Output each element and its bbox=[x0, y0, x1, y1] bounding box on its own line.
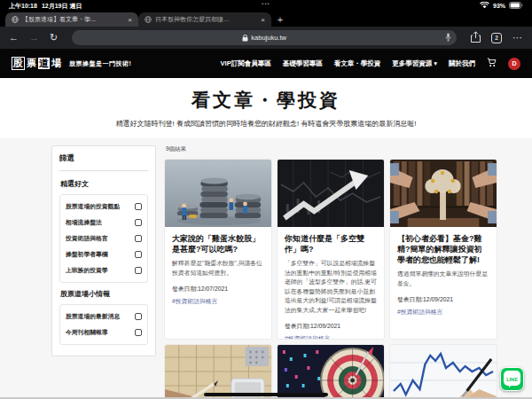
address-bar[interactable]: kabujuku.tw bbox=[72, 30, 457, 45]
checkbox[interactable] bbox=[135, 219, 142, 226]
filter-option[interactable]: 上班族的投資學 bbox=[66, 266, 142, 275]
article-date: 發表日期:12/07/2021 bbox=[172, 285, 264, 293]
checkbox[interactable] bbox=[135, 267, 142, 274]
home-indicator[interactable] bbox=[204, 393, 328, 396]
articles-grid: 大家說的「雞蛋水餃股」是甚麼?可以吃嗎? 解釋甚麼是"雞蛋水餃股",與讓各位投資… bbox=[164, 159, 532, 399]
page-subtitle: 精選好文隨時刊登! 養成閱讀習慣的同時培養您的財經觀念! 有時還會夾帶股票道場的… bbox=[0, 119, 532, 129]
ipad-screen: 上午10:18 12月19日 週日 ••• 93% 【股票道場】看文章・學...… bbox=[0, 0, 532, 399]
nav-item-articles[interactable]: 看文章・學投資 bbox=[334, 59, 381, 68]
battery-icon bbox=[509, 2, 523, 10]
article-thumbnail-money-tree bbox=[390, 160, 497, 227]
article-thumbnail-blue-chart bbox=[390, 345, 497, 399]
article-card[interactable]: 你知道什麼是「多空雙作」嗎? 「多空雙作」可以說是相場流操盤法的重點中的重點!特… bbox=[277, 159, 385, 340]
checkbox[interactable] bbox=[135, 203, 142, 210]
logo-char: 道 bbox=[38, 58, 50, 69]
forward-button: → bbox=[29, 33, 39, 43]
filter-label: 股票道場的最新消息 bbox=[66, 312, 120, 321]
article-tag-link[interactable]: #投資術語與格言 bbox=[397, 308, 489, 317]
article-tag-link[interactable]: #投資術語與格言 bbox=[172, 297, 264, 306]
close-icon[interactable]: × bbox=[128, 16, 132, 24]
article-thumbnail-coins bbox=[165, 160, 271, 227]
logo-char: 票 bbox=[26, 58, 37, 69]
new-tab-button[interactable]: + bbox=[271, 12, 289, 27]
filter-label: 操盤初學者專欄 bbox=[66, 250, 108, 259]
svg-text:LINE: LINE bbox=[506, 377, 518, 382]
page-body: 看文章・學投資 精選好文隨時刊登! 養成閱讀習慣的同時培養您的財經觀念! 有時還… bbox=[0, 78, 532, 399]
filter-sidebar: 篩選 精選好文 股票道場的投資觀點 相場流操盤法 投資術語與格言 bbox=[51, 145, 156, 356]
filter-label: 投資術語與格言 bbox=[66, 234, 108, 243]
article-title: 【初心者必看】基金?雞精?簡單的解釋讓投資初學者的您也能輕鬆了解! bbox=[397, 233, 489, 265]
browser-toolbar: ← → ↻ kabujuku.tw 2 ⋯ bbox=[0, 27, 532, 49]
close-icon[interactable]: × bbox=[261, 16, 265, 24]
cart-icon[interactable] bbox=[487, 58, 497, 69]
reload-button[interactable]: ↻ bbox=[50, 33, 58, 43]
tab-title: 日本股神教你怎麼買都賺... bbox=[155, 15, 257, 24]
filter-group: 股票道場的最新消息 今周刊相關報導 bbox=[59, 304, 148, 345]
filter-label: 相場流操盤法 bbox=[66, 218, 102, 227]
filter-option[interactable]: 操盤初學者專欄 bbox=[66, 250, 142, 259]
article-date: 發表日期:12/09/2021 bbox=[285, 322, 377, 331]
filter-group-heading: 股票道場小情報 bbox=[60, 289, 148, 299]
results-section: 9個結果 bbox=[164, 145, 532, 399]
user-avatar[interactable]: D bbox=[508, 58, 520, 70]
back-button[interactable]: ← bbox=[9, 33, 19, 43]
filter-label: 今周刊相關報導 bbox=[66, 328, 108, 337]
nav-item-vip[interactable]: VIP訂閱會員專區 bbox=[221, 59, 271, 68]
mic-icon[interactable] bbox=[445, 33, 451, 43]
nav-item-more-resources[interactable]: 更多學習資源 ▾ bbox=[392, 59, 437, 68]
filter-option[interactable]: 今周刊相關報導 bbox=[66, 328, 142, 337]
article-description: 「多空雙作」可以說是相場流操盤法的重點中的重點!特別是使用相場老師的「波型多空雙… bbox=[285, 259, 377, 315]
nav-item-basics[interactable]: 基礎學習專區 bbox=[283, 59, 323, 68]
page-title: 看文章・學投資 bbox=[0, 78, 532, 113]
lock-icon bbox=[242, 35, 248, 42]
site-nav: VIP訂閱會員專區 基礎學習專區 看文章・學投資 更多學習資源 ▾ 關於我們 D bbox=[221, 58, 520, 70]
filter-option[interactable]: 股票道場的投資觀點 bbox=[66, 202, 142, 211]
tab-title: 【股票道場】看文章・學... bbox=[22, 15, 124, 24]
tab-switcher-button[interactable]: 2 bbox=[491, 33, 502, 43]
site-header: 股 票 道 場 股票操盤是一門技術! VIP訂閱會員專區 基礎學習專區 看文章・… bbox=[0, 49, 532, 78]
globe-icon bbox=[12, 16, 19, 24]
tab-kabujuku[interactable]: 【股票道場】看文章・學... × bbox=[5, 12, 138, 27]
checkbox[interactable] bbox=[135, 313, 142, 320]
browser-tab-strip: 【股票道場】看文章・學... × 日本股神教你怎麼買都賺... × + bbox=[0, 12, 532, 27]
article-card[interactable] bbox=[389, 344, 497, 399]
article-card[interactable]: 大家說的「雞蛋水餃股」是甚麼?可以吃嗎? 解釋甚麼是"雞蛋水餃股",與讓各位投資… bbox=[164, 159, 272, 340]
clock: 上午10:18 bbox=[9, 2, 37, 11]
tab-other-site[interactable]: 日本股神教你怎麼買都賺... × bbox=[138, 12, 271, 27]
date: 12月19日 週日 bbox=[42, 2, 82, 11]
filter-group-heading: 精選好文 bbox=[60, 179, 148, 189]
nav-item-about[interactable]: 關於我們 bbox=[449, 59, 475, 68]
article-description: 透過簡單易懂的文章來說明什麼是基金。 bbox=[397, 270, 489, 288]
article-card[interactable] bbox=[164, 344, 272, 399]
line-icon: LINE bbox=[504, 371, 520, 387]
article-thumbnail-chart-arrow bbox=[278, 160, 384, 227]
menu-icon[interactable]: ⋯ bbox=[512, 32, 523, 43]
article-title: 你知道什麼是「多空雙作」嗎? bbox=[285, 233, 377, 254]
article-description: 解釋甚麼是"雞蛋水餃股",與讓各位投資者知道如何應對。 bbox=[172, 259, 264, 278]
filter-option[interactable]: 相場流操盤法 bbox=[66, 218, 142, 227]
filter-title: 篩選 bbox=[59, 153, 148, 171]
article-card[interactable] bbox=[277, 344, 385, 399]
article-tag-link[interactable]: #投資術語與格言 bbox=[285, 334, 377, 340]
wifi-icon bbox=[480, 2, 489, 10]
globe-icon bbox=[145, 16, 152, 24]
battery-percent: 93% bbox=[493, 3, 505, 9]
line-chat-button[interactable]: LINE bbox=[500, 367, 524, 391]
checkbox[interactable] bbox=[135, 235, 142, 242]
site-tagline: 股票操盤是一門技術! bbox=[69, 59, 131, 68]
filter-group: 股票道場的投資觀點 相場流操盤法 投資術語與格言 操盤初學者專欄 bbox=[59, 194, 148, 283]
article-thumbnail-dartboard bbox=[278, 345, 384, 399]
checkbox[interactable] bbox=[135, 251, 142, 258]
filter-option[interactable]: 投資術語與格言 bbox=[66, 234, 142, 243]
article-card[interactable]: 【初心者必看】基金?雞精?簡單的解釋讓投資初學者的您也能輕鬆了解! 透過簡單易懂… bbox=[389, 159, 497, 340]
multitask-indicator: ••• bbox=[262, 1, 270, 6]
logo-char: 股 bbox=[12, 57, 25, 70]
status-bar: 上午10:18 12月19日 週日 ••• 93% bbox=[0, 0, 532, 12]
logo-char: 場 bbox=[51, 58, 62, 69]
filter-option[interactable]: 股票道場的最新消息 bbox=[66, 312, 142, 321]
checkbox[interactable] bbox=[135, 329, 142, 336]
filter-label: 上班族的投資學 bbox=[66, 266, 108, 275]
results-count: 9個結果 bbox=[166, 145, 532, 153]
site-logo[interactable]: 股 票 道 場 bbox=[12, 57, 62, 70]
share-icon[interactable] bbox=[471, 30, 481, 46]
